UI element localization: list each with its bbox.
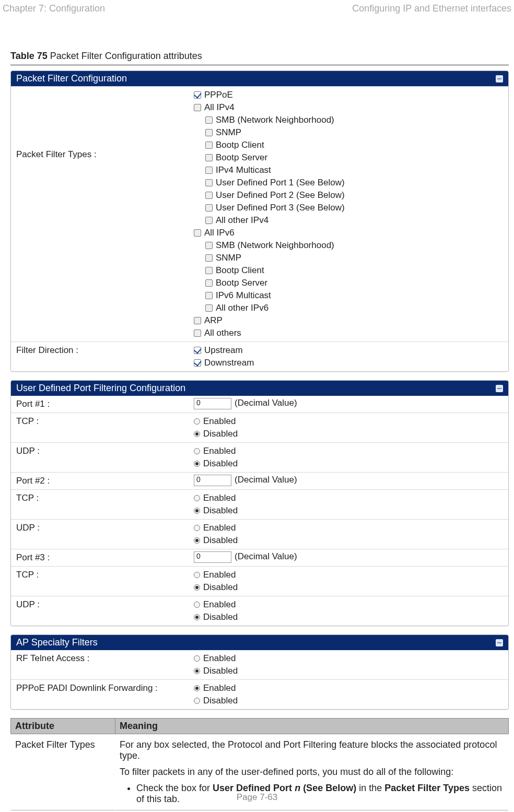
radio-row[interactable]: Enabled [194, 682, 503, 695]
checkbox-row[interactable]: IPv6 Multicast [194, 289, 503, 302]
radio-disabled[interactable] [194, 584, 200, 591]
port-input[interactable]: 0 [194, 475, 231, 486]
checkbox-row[interactable]: All IPv4 [194, 101, 503, 114]
checkbox-upstream[interactable] [194, 347, 201, 354]
radio-disabled[interactable] [194, 537, 200, 544]
radio-disabled[interactable] [194, 698, 200, 704]
radio-row[interactable]: Enabled [194, 569, 503, 581]
port-input[interactable]: 0 [194, 398, 231, 409]
checkbox[interactable] [205, 279, 213, 287]
radio-row[interactable]: Disabled [194, 504, 503, 517]
radio-enabled[interactable] [194, 685, 200, 691]
collapse-icon[interactable] [496, 385, 503, 392]
checkbox-row[interactable]: User Defined Port 1 (See Below) [194, 176, 503, 189]
radio-row[interactable]: Disabled [194, 611, 503, 623]
radio-disabled[interactable] [194, 461, 200, 467]
checkbox-row[interactable]: Bootp Server [194, 151, 503, 164]
checkbox[interactable] [205, 142, 213, 149]
radio-row[interactable]: Enabled [194, 652, 503, 665]
radio-row[interactable]: Disabled [194, 534, 503, 547]
checkbox-row[interactable]: All other IPv4 [194, 214, 503, 227]
radio-row[interactable]: Disabled [194, 665, 503, 677]
checkbox-upstream-row[interactable]: Upstream [194, 344, 503, 357]
checkbox-row[interactable]: ARP [194, 314, 503, 327]
row-value: 0(Decimal Value) [189, 549, 508, 565]
checkbox-label: IPv4 Multicast [216, 165, 271, 175]
checkbox[interactable] [205, 167, 213, 174]
checkbox-row[interactable]: All other IPv6 [194, 302, 503, 314]
checkbox[interactable] [205, 179, 213, 186]
row-label: Port #1 : [11, 396, 189, 413]
checkbox-row[interactable]: PPPoE [194, 89, 503, 101]
checkbox[interactable] [205, 154, 213, 161]
checkbox[interactable] [205, 254, 213, 262]
checkbox-row[interactable]: Bootp Client [194, 264, 503, 277]
checkbox[interactable] [194, 317, 201, 324]
radio-disabled[interactable] [194, 614, 200, 620]
radio-label: Disabled [203, 582, 238, 592]
packet-filter-types-list: PPPoEAll IPv4SMB (Network Neighborhood)S… [194, 89, 503, 339]
th-meaning: Meaning [115, 719, 509, 734]
port-input[interactable]: 0 [194, 551, 231, 563]
checkbox-row[interactable]: SMB (Network Neighborhood) [194, 239, 503, 252]
checkbox[interactable] [205, 267, 213, 274]
radio-row[interactable]: Enabled [194, 522, 503, 534]
checkbox-label: IPv6 Multicast [216, 290, 271, 300]
checkbox-label: Bootp Client [216, 140, 264, 150]
checkbox-row[interactable]: User Defined Port 3 (See Below) [194, 202, 503, 214]
caption-rule [10, 65, 509, 65]
checkbox[interactable] [205, 304, 213, 312]
checkbox-row[interactable]: All IPv6 [194, 227, 503, 239]
checkbox[interactable] [205, 116, 213, 124]
radio-enabled[interactable] [194, 418, 200, 425]
page-footer: Page 7-63 [0, 792, 514, 803]
radio-row[interactable]: Enabled [194, 445, 503, 457]
config-row: UDP :EnabledDisabled [11, 519, 508, 549]
radio-enabled[interactable] [194, 448, 200, 454]
radio-row[interactable]: Enabled [194, 492, 503, 504]
radio-row[interactable]: Disabled [194, 428, 503, 440]
checkbox-row[interactable]: User Defined Port 2 (See Below) [194, 189, 503, 202]
radio-enabled[interactable] [194, 495, 200, 501]
checkbox-row[interactable]: Bootp Client [194, 139, 503, 151]
checkbox-downstream[interactable] [194, 359, 201, 367]
radio-enabled[interactable] [194, 572, 200, 578]
checkbox-row[interactable]: SMB (Network Neighborhood) [194, 114, 503, 126]
radio-row[interactable]: Disabled [194, 695, 503, 707]
checkbox[interactable] [205, 129, 213, 136]
checkbox[interactable] [194, 91, 201, 99]
checkbox[interactable] [194, 329, 201, 337]
checkbox-row[interactable]: IPv4 Multicast [194, 164, 503, 176]
radio-row[interactable]: Enabled [194, 415, 503, 428]
txt-bold: (See Below) [300, 783, 356, 793]
checkbox-row[interactable]: SNMP [194, 252, 503, 264]
radio-enabled[interactable] [194, 655, 200, 662]
radio-disabled[interactable] [194, 508, 200, 514]
checkbox-row[interactable]: All others [194, 327, 503, 339]
config-row: Port #3 :0(Decimal Value) [11, 549, 508, 566]
checkbox[interactable] [205, 292, 213, 299]
checkbox[interactable] [205, 204, 213, 211]
radio-enabled[interactable] [194, 602, 200, 608]
collapse-icon[interactable] [496, 639, 503, 646]
checkbox-row[interactable]: Bootp Server [194, 277, 503, 289]
checkbox[interactable] [194, 104, 201, 111]
radio-row[interactable]: Disabled [194, 581, 503, 594]
radio-disabled[interactable] [194, 431, 200, 437]
radio-row[interactable]: Enabled [194, 598, 503, 611]
checkbox[interactable] [205, 192, 213, 199]
row-label: Port #2 : [11, 473, 189, 489]
txt: in the [356, 783, 384, 793]
panel-ap-specialty-filters: AP Specialty Filters RF Telnet Access :E… [10, 634, 509, 710]
collapse-icon[interactable] [496, 75, 503, 83]
radio-label: Disabled [203, 696, 238, 705]
radio-disabled[interactable] [194, 668, 200, 674]
radio-label: Disabled [203, 612, 238, 622]
checkbox-downstream-row[interactable]: Downstream [194, 357, 503, 369]
radio-row[interactable]: Disabled [194, 457, 503, 470]
checkbox[interactable] [205, 242, 213, 249]
checkbox[interactable] [205, 217, 213, 224]
radio-enabled[interactable] [194, 525, 200, 531]
checkbox[interactable] [194, 229, 201, 237]
checkbox-row[interactable]: SNMP [194, 126, 503, 139]
